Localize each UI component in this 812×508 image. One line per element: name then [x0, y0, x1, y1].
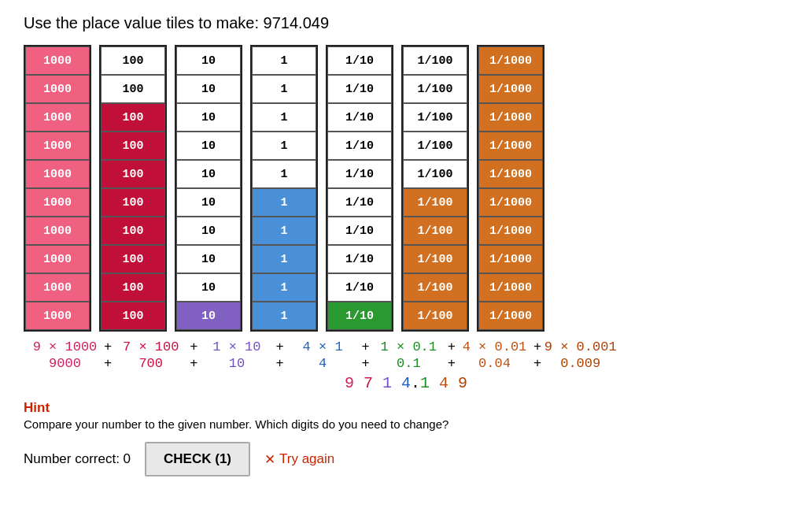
number-correct: Number correct: 0 — [24, 451, 131, 467]
tile[interactable]: 1/1000 — [478, 302, 543, 330]
tile[interactable]: 1/10 — [327, 217, 392, 245]
tile[interactable]: 1/100 — [403, 75, 467, 103]
tile[interactable]: 1/100 — [403, 160, 467, 188]
hint-title: Hint — [24, 400, 788, 416]
main-container: Use the place value tiles to make: 9714.… — [0, 0, 812, 491]
hint-section: Hint Compare your number to the given nu… — [24, 400, 788, 431]
plus-sign: + — [275, 339, 283, 354]
mul-item-ones: 4 × 1 — [286, 339, 360, 354]
tile[interactable]: 1/10 — [327, 160, 392, 188]
tile[interactable]: 1/1000 — [478, 217, 543, 245]
mul-item-tens: 1 × 10 — [199, 339, 274, 354]
tile[interactable]: 10 — [176, 75, 241, 103]
tile[interactable]: 10 — [176, 132, 241, 160]
tile[interactable]: 1 — [252, 273, 316, 302]
tile[interactable]: 1/1000 — [478, 245, 543, 273]
tile[interactable]: 1/100 — [403, 273, 467, 302]
val-item-tens: 10 — [199, 356, 274, 371]
tile[interactable]: 1/10 — [327, 245, 392, 273]
tile[interactable]: 1/100 — [403, 302, 467, 330]
tile[interactable]: 1/1000 — [478, 273, 543, 302]
tile[interactable]: 10 — [176, 160, 241, 188]
tile[interactable]: 1/1000 — [478, 188, 543, 217]
tile[interactable]: 1 — [252, 302, 316, 330]
tile[interactable]: 1 — [252, 132, 316, 160]
tile[interactable]: 1/100 — [403, 46, 467, 75]
val-item-thousands: 9000 — [28, 356, 102, 371]
column-hundreds: 100100100100100100100100100100 — [99, 45, 167, 332]
tile[interactable]: 1000 — [25, 132, 90, 160]
tile[interactable]: 1/1000 — [478, 132, 543, 160]
tile[interactable]: 10 — [176, 245, 241, 273]
tile[interactable]: 10 — [176, 302, 241, 330]
val-item-hundreds: 700 — [113, 356, 188, 371]
tile[interactable]: 1/1000 — [478, 160, 543, 188]
tile[interactable]: 1 — [252, 245, 316, 273]
column-thousands: 1000100010001000100010001000100010001000 — [24, 45, 91, 332]
tile[interactable]: 1/100 — [403, 245, 467, 273]
tile[interactable]: 1/100 — [403, 188, 467, 217]
tile[interactable]: 1/10 — [327, 273, 392, 302]
tile[interactable]: 1000 — [25, 245, 90, 273]
column-thousandths: 1/10001/10001/10001/10001/10001/10001/10… — [477, 45, 544, 332]
plus-sign: + — [448, 356, 456, 371]
tile[interactable]: 100 — [101, 160, 165, 188]
tile[interactable]: 1/10 — [327, 132, 392, 160]
tile[interactable]: 10 — [176, 273, 241, 302]
multiplication-row: 9 × 1000+7 × 100+1 × 10+4 × 1+1 × 0.1+4 … — [28, 339, 788, 354]
tile[interactable]: 10 — [176, 46, 241, 75]
tile-stack-ones: 1111111111 — [250, 45, 318, 332]
tile-stack-hundredths: 1/1001/1001/1001/1001/1001/1001/1001/100… — [401, 45, 469, 332]
combined-number: 9 7 1 4.1 4 9 — [24, 374, 788, 392]
tile[interactable]: 1/10 — [327, 103, 392, 132]
tile[interactable]: 1000 — [25, 46, 90, 75]
tile[interactable]: 100 — [101, 46, 165, 75]
tile[interactable]: 100 — [101, 217, 165, 245]
check-button[interactable]: CHECK (1) — [145, 442, 250, 476]
tile[interactable]: 1/10 — [327, 75, 392, 103]
mul-item-hundreds: 7 × 100 — [113, 339, 188, 354]
plus-sign: + — [448, 339, 456, 354]
column-tens: 10101010101010101010 — [175, 45, 242, 332]
tile[interactable]: 100 — [101, 103, 165, 132]
tile[interactable]: 100 — [101, 302, 165, 330]
tile[interactable]: 1 — [252, 103, 316, 132]
tile[interactable]: 1000 — [25, 217, 90, 245]
tile[interactable]: 1000 — [25, 188, 90, 217]
tile[interactable]: 1000 — [25, 302, 90, 330]
tile[interactable]: 1000 — [25, 75, 90, 103]
val-item-thousandths: 0.009 — [543, 356, 618, 371]
tile[interactable]: 1/1000 — [478, 46, 543, 75]
tile-stack-hundreds: 100100100100100100100100100100 — [99, 45, 167, 332]
tile[interactable]: 1/100 — [403, 132, 467, 160]
tile[interactable]: 100 — [101, 132, 165, 160]
tile[interactable]: 10 — [176, 217, 241, 245]
tile[interactable]: 1/10 — [327, 302, 392, 330]
bottom-row: Number correct: 0 CHECK (1) ✕ Try again — [24, 442, 788, 476]
tile[interactable]: 100 — [101, 75, 165, 103]
tile[interactable]: 1 — [252, 160, 316, 188]
tile[interactable]: 1 — [252, 188, 316, 217]
tile[interactable]: 1/10 — [327, 188, 392, 217]
tile[interactable]: 1/100 — [403, 103, 467, 132]
tile[interactable]: 100 — [101, 188, 165, 217]
tile[interactable]: 1/100 — [403, 217, 467, 245]
tile[interactable]: 1 — [252, 217, 316, 245]
plus-sign: + — [104, 356, 112, 371]
tile[interactable]: 1 — [252, 46, 316, 75]
plus-sign: + — [190, 339, 197, 354]
tile[interactable]: 1/1000 — [478, 103, 543, 132]
tile[interactable]: 1000 — [25, 103, 90, 132]
x-icon: ✕ — [264, 451, 275, 468]
tile[interactable]: 1/10 — [327, 46, 392, 75]
tile[interactable]: 10 — [176, 188, 241, 217]
tile[interactable]: 1000 — [25, 160, 90, 188]
tile[interactable]: 100 — [101, 245, 165, 273]
tile[interactable]: 1 — [252, 75, 316, 103]
plus-sign: + — [104, 339, 112, 354]
tile[interactable]: 1000 — [25, 273, 90, 302]
tile[interactable]: 10 — [176, 103, 241, 132]
tile[interactable]: 100 — [101, 273, 165, 302]
tile[interactable]: 1/1000 — [478, 75, 543, 103]
try-again-button[interactable]: ✕ Try again — [264, 451, 334, 468]
